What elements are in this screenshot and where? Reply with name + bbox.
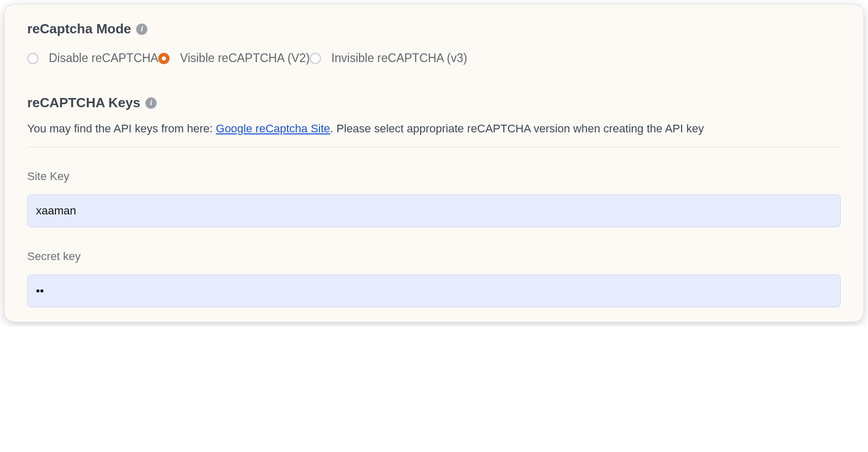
google-recaptcha-link[interactable]: Google reCaptcha Site (216, 122, 330, 135)
recaptcha-mode-heading-row: reCaptcha Mode i (27, 21, 841, 37)
radio-circle (310, 53, 321, 64)
radio-option-disable[interactable]: Disable reCAPTCHA (27, 51, 158, 65)
recaptcha-keys-heading-row: reCAPTCHA Keys i (27, 95, 841, 111)
helper-text-before: You may find the API keys from here: (27, 122, 216, 135)
recaptcha-mode-heading: reCaptcha Mode (27, 21, 131, 37)
radio-circle (27, 53, 39, 64)
site-key-field-block: Site Key (27, 170, 841, 227)
secret-key-label: Secret key (27, 250, 841, 263)
radio-label: Invisible reCAPTCHA (v3) (331, 51, 467, 65)
recaptcha-keys-helper: You may find the API keys from here: Goo… (27, 122, 841, 147)
radio-label: Disable reCAPTCHA (49, 51, 158, 65)
site-key-input[interactable] (27, 194, 841, 227)
secret-key-input[interactable] (27, 274, 841, 307)
site-key-label: Site Key (27, 170, 841, 183)
recaptcha-keys-heading: reCAPTCHA Keys (27, 95, 140, 111)
recaptcha-mode-options: Disable reCAPTCHA Visible reCAPTCHA (V2)… (27, 51, 841, 65)
info-icon[interactable]: i (145, 97, 157, 109)
helper-text-after: . Please select appropriate reCAPTCHA ve… (330, 122, 704, 135)
info-icon[interactable]: i (136, 24, 147, 35)
radio-option-invisible-v3[interactable]: Invisible reCAPTCHA (v3) (310, 51, 467, 65)
recaptcha-settings-panel: reCaptcha Mode i Disable reCAPTCHA Visib… (4, 4, 864, 322)
radio-label: Visible reCAPTCHA (V2) (180, 51, 310, 65)
radio-circle (158, 53, 169, 64)
secret-key-field-block: Secret key (27, 250, 841, 307)
radio-option-visible-v2[interactable]: Visible reCAPTCHA (V2) (158, 51, 310, 65)
